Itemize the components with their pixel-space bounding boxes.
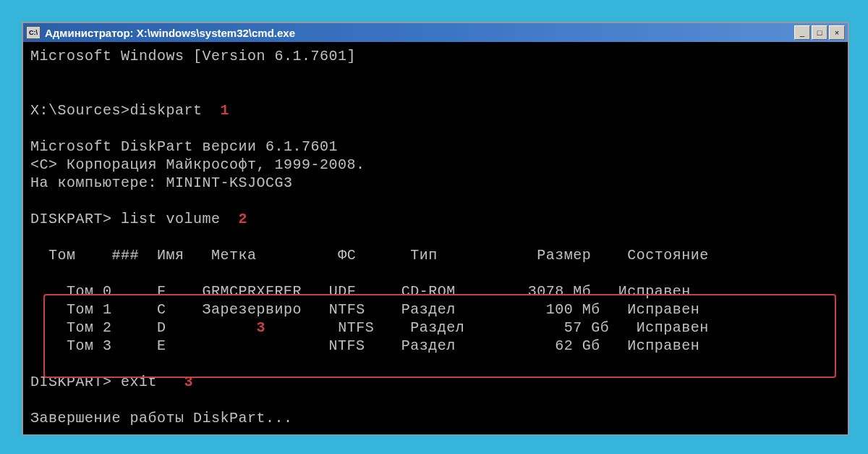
- hdr-label: Метка: [211, 247, 257, 264]
- minimize-button[interactable]: _: [794, 25, 810, 40]
- table-row: Том 2 D 3 NTFS Раздел 57 Gб Исправен: [67, 319, 709, 336]
- hdr-type: Тип: [410, 247, 438, 264]
- hdr-tom: Том: [48, 247, 76, 264]
- version-line: Microsoft Windows [Version 6.1.7601]: [30, 48, 356, 64]
- prompt-1: X:\Sources>: [30, 102, 130, 119]
- hdr-size: Размер: [537, 247, 591, 264]
- cmd-icon: C:\: [26, 26, 41, 39]
- titlebar[interactable]: C:\ Администратор: X:\windows\system32\c…: [23, 23, 848, 43]
- window-controls: _ □ ×: [794, 25, 845, 40]
- prompt-3: DISKPART>: [30, 374, 112, 390]
- maximize-button[interactable]: □: [812, 25, 827, 40]
- cmd-3: exit: [121, 374, 157, 390]
- annotation-1: 1: [221, 102, 230, 119]
- exit-message: Завершение работы DiskPart...: [30, 410, 293, 426]
- annotation-3: 3: [184, 374, 194, 390]
- cmd-2: list volume: [121, 211, 221, 227]
- prompt-2: DISKPART>: [30, 211, 112, 227]
- hdr-num: ###: [112, 247, 140, 264]
- table-row: Том 0 F GRMCPRXFRER UDF CD-ROM 3078 Мб И…: [67, 283, 691, 300]
- table-row: Том 3 E NTFS Раздел 62 Gб Исправен: [67, 337, 699, 354]
- table-row: Том 1 C Зарезервиро NTFS Раздел 100 Мб И…: [67, 301, 699, 318]
- window-title: Администратор: X:\windows\system32\cmd.e…: [45, 27, 794, 39]
- computer-name: На компьютере: MININT-KSJOCG3: [30, 175, 293, 191]
- cmd-window: C:\ Администратор: X:\windows\system32\c…: [22, 22, 849, 435]
- terminal-output[interactable]: Microsoft Windows [Version 6.1.7601] X:\…: [23, 43, 848, 434]
- close-button[interactable]: ×: [829, 25, 845, 40]
- copyright: <C> Корпорация Майкрософт, 1999-2008.: [30, 156, 365, 173]
- annotation-2: 2: [239, 211, 248, 227]
- diskpart-version: Microsoft DiskPart версии 6.1.7601: [30, 138, 338, 155]
- cmd-1: diskpart: [130, 102, 203, 119]
- annotation-table: 3: [257, 319, 266, 336]
- hdr-state: Состояние: [627, 247, 709, 264]
- hdr-fs: ФС: [338, 247, 356, 264]
- hdr-name: Имя: [157, 247, 184, 264]
